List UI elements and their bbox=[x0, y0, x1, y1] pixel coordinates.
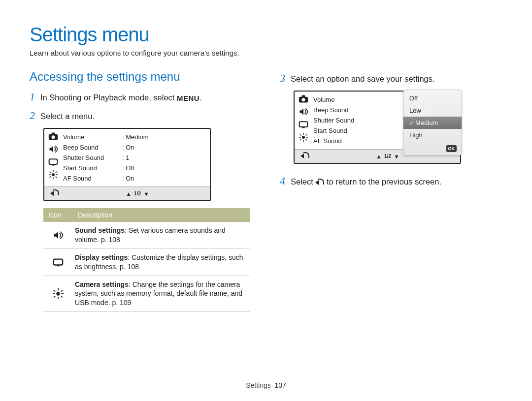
svg-rect-11 bbox=[55, 171, 57, 173]
section-title: Accessing the settings menu bbox=[30, 70, 252, 84]
svg-rect-34 bbox=[306, 137, 308, 138]
back-icon bbox=[315, 179, 324, 185]
table-row: Sound settings: Set various camera sound… bbox=[43, 222, 250, 249]
svg-rect-24 bbox=[61, 296, 63, 298]
svg-point-2 bbox=[52, 135, 55, 139]
svg-rect-36 bbox=[305, 134, 307, 136]
svg-rect-20 bbox=[61, 293, 64, 294]
step-number: 3 bbox=[280, 72, 291, 85]
camera-screen-menu: VolumeMedium Beep SoundOn Shutter Sound1… bbox=[43, 128, 211, 201]
svg-rect-9 bbox=[56, 174, 58, 175]
svg-rect-22 bbox=[61, 290, 63, 292]
step-text: In Shooting or Playback mode, select MEN… bbox=[40, 93, 252, 103]
display-icon bbox=[48, 157, 58, 166]
svg-point-30 bbox=[302, 136, 305, 139]
svg-rect-6 bbox=[53, 170, 54, 172]
svg-rect-3 bbox=[49, 159, 58, 164]
back-icon bbox=[295, 152, 315, 160]
table-row: Display settings: Customize the display … bbox=[43, 249, 250, 276]
option-item: Off bbox=[403, 92, 462, 104]
step-number: 4 bbox=[280, 175, 291, 187]
setting-row: Shutter Sound1 bbox=[63, 153, 210, 163]
menu-icon: MENU bbox=[177, 93, 200, 103]
up-arrow-icon: ▴ bbox=[127, 190, 130, 197]
camera-tab-icons bbox=[44, 129, 62, 186]
step-3: 3 Select an option and save your setting… bbox=[280, 72, 502, 85]
svg-point-27 bbox=[302, 98, 305, 101]
sound-icon bbox=[48, 145, 58, 154]
svg-rect-33 bbox=[299, 137, 301, 138]
footer-page-number: 107 bbox=[275, 381, 286, 389]
left-column: Accessing the settings menu 1 In Shootin… bbox=[30, 70, 252, 312]
setting-row: Beep SoundOn bbox=[63, 142, 210, 153]
svg-rect-8 bbox=[49, 174, 51, 175]
svg-rect-14 bbox=[54, 259, 63, 265]
step-text: Select a menu. bbox=[40, 111, 252, 122]
step-1-pre: In Shooting or Playback mode, select bbox=[40, 93, 177, 102]
step-number: 2 bbox=[30, 109, 40, 122]
page-title: Settings menu bbox=[30, 24, 502, 46]
svg-rect-10 bbox=[49, 171, 51, 173]
camera-tab-icons bbox=[295, 92, 312, 149]
step-number: 1 bbox=[30, 91, 40, 103]
header-icon: Icon bbox=[43, 208, 73, 222]
svg-rect-23 bbox=[53, 296, 56, 298]
svg-rect-19 bbox=[53, 293, 55, 294]
svg-rect-32 bbox=[303, 140, 304, 142]
svg-rect-1 bbox=[52, 133, 55, 135]
camera-icon bbox=[299, 94, 308, 103]
svg-rect-26 bbox=[302, 95, 305, 97]
option-item: Low bbox=[403, 104, 462, 117]
setting-row: VolumeMedium bbox=[63, 132, 210, 142]
svg-rect-18 bbox=[58, 297, 59, 299]
option-item: High bbox=[403, 129, 462, 141]
page-indicator: 1/2 bbox=[134, 191, 141, 196]
step-2: 2 Select a menu. bbox=[30, 109, 252, 122]
svg-rect-4 bbox=[52, 165, 55, 166]
camera-icon bbox=[48, 132, 58, 141]
svg-rect-13 bbox=[55, 176, 57, 178]
page-description: Learn about various options to configure… bbox=[30, 49, 502, 57]
svg-point-5 bbox=[52, 173, 55, 176]
camera-footer: ▴1/2▾ bbox=[44, 186, 210, 200]
sound-icon bbox=[299, 107, 308, 116]
gear-icon bbox=[53, 288, 64, 299]
step-4: 4 Select to return to the previous scree… bbox=[280, 175, 502, 187]
step-4-post: to return to the previous screen. bbox=[324, 177, 441, 186]
display-icon bbox=[299, 120, 308, 129]
svg-rect-12 bbox=[49, 176, 51, 178]
setting-row: Start SoundOff bbox=[63, 163, 210, 173]
up-arrow-icon: ▴ bbox=[377, 153, 380, 160]
option-popover: Off Low Medium High OK bbox=[403, 90, 462, 155]
header-description: Description bbox=[73, 208, 250, 222]
sound-icon bbox=[53, 230, 64, 240]
step-text: Select an option and save your settings. bbox=[291, 74, 502, 84]
svg-rect-31 bbox=[303, 133, 304, 135]
back-icon bbox=[44, 189, 65, 198]
footer-section: Settings bbox=[246, 381, 271, 389]
step-1-post: . bbox=[200, 93, 202, 102]
camera-settings-list: VolumeMedium Beep SoundOn Shutter Sound1… bbox=[62, 129, 210, 186]
svg-rect-28 bbox=[299, 122, 308, 127]
icon-description-table: Icon Description Sound settings: Set var… bbox=[43, 208, 250, 312]
svg-rect-38 bbox=[305, 139, 307, 141]
step-text: Select to return to the previous screen. bbox=[291, 177, 502, 187]
page-indicator: 1/2 bbox=[384, 154, 391, 159]
svg-rect-15 bbox=[57, 265, 60, 266]
right-column: 3 Select an option and save your setting… bbox=[280, 70, 502, 312]
svg-rect-17 bbox=[58, 288, 59, 291]
gear-icon bbox=[48, 170, 58, 179]
page-footer: Settings 107 bbox=[0, 381, 532, 389]
svg-rect-7 bbox=[53, 177, 54, 179]
setting-row: AF SoundOn bbox=[63, 173, 210, 184]
svg-rect-29 bbox=[302, 127, 305, 128]
step-4-pre: Select bbox=[291, 177, 315, 186]
option-item-selected: Medium bbox=[403, 117, 462, 129]
table-header: Icon Description bbox=[43, 208, 250, 222]
svg-rect-37 bbox=[299, 139, 301, 141]
down-arrow-icon: ▾ bbox=[145, 190, 148, 197]
down-arrow-icon: ▾ bbox=[395, 153, 398, 160]
svg-point-16 bbox=[56, 292, 60, 295]
svg-rect-21 bbox=[53, 290, 56, 292]
step-1: 1 In Shooting or Playback mode, select M… bbox=[30, 91, 252, 103]
